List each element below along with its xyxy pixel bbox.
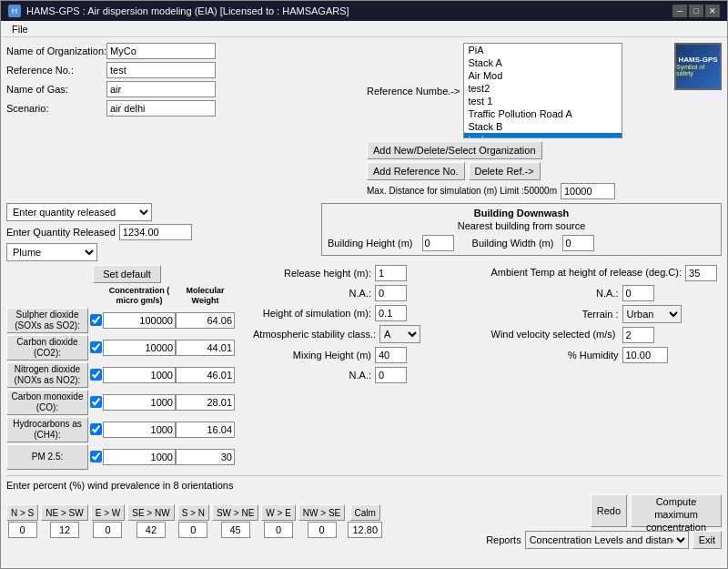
gas-nox-mw[interactable] — [176, 367, 235, 383]
ref-item-selected[interactable]: test — [464, 133, 622, 138]
org-input[interactable] — [106, 43, 216, 59]
dispersion-select[interactable]: Plume Puff — [6, 243, 97, 261]
gas-nox-checkbox[interactable] — [90, 369, 102, 381]
wind-dir-senw-btn[interactable]: SE > NW — [127, 504, 174, 521]
org-label: Name of Organization: — [6, 46, 106, 56]
wind-val-calm[interactable] — [348, 522, 382, 538]
sim-height-input[interactable] — [375, 305, 407, 321]
reference-dropdown-list[interactable]: PiA Stack A Air Mod test2 test 1 Traffic… — [463, 43, 622, 138]
ref-item-2[interactable]: Air Mod — [464, 69, 622, 82]
wind-dir-ns-btn[interactable]: N > S — [6, 504, 38, 521]
menu-file[interactable]: File — [6, 23, 34, 36]
wind-dir-we-btn[interactable]: W > E — [261, 504, 296, 521]
gas-pm25-checkbox[interactable] — [90, 451, 102, 462]
quantity-input[interactable] — [119, 224, 192, 240]
atm-stability-select[interactable]: ABCDEF — [379, 325, 420, 343]
gas-hc-conc[interactable] — [103, 422, 176, 438]
wind-dir-ew-btn[interactable]: E > W — [91, 504, 126, 521]
gas-so2-mw[interactable] — [176, 312, 235, 329]
gas-co2-button[interactable]: Carbon dioxide (CO2): — [6, 335, 88, 361]
quantity-label: Enter Quantity Released — [6, 227, 116, 238]
add-org-button[interactable]: Add New/Delete/Select Organization — [367, 141, 542, 159]
ref-no-input[interactable] — [106, 62, 216, 78]
ambient-temp-input[interactable] — [685, 265, 717, 281]
humidity-label: % Humidity — [491, 350, 619, 361]
ref-number-label: Reference Numbe.-> — [367, 86, 460, 97]
gas-co2-mw[interactable] — [176, 340, 235, 356]
max-dist-input[interactable] — [561, 183, 615, 199]
gas-so2-button[interactable]: Sulpher dioxide (SOXs as SO2): — [6, 308, 88, 333]
na-right-input[interactable] — [622, 285, 654, 301]
gas-so2-conc[interactable] — [103, 312, 176, 329]
add-ref-button[interactable]: Add Reference No. — [367, 162, 465, 180]
wind-val-senw[interactable] — [136, 522, 166, 538]
gas-nox-button[interactable]: Nitrogen dioxide (NOXs as NO2): — [6, 362, 88, 388]
gas-co-mw[interactable] — [176, 394, 235, 411]
building-height-input[interactable] — [422, 235, 454, 251]
wind-val-we[interactable] — [264, 522, 293, 538]
na2-label: N.A.: — [253, 370, 371, 381]
terrain-select[interactable]: UrbanRuralFlat — [622, 305, 682, 323]
ref-item-3[interactable]: test2 — [464, 82, 622, 95]
na2-input[interactable] — [375, 367, 407, 383]
compute-button[interactable]: Compute maximum concentration — [631, 494, 722, 527]
ambient-temp-label: Ambient Temp at height of release (deg.C… — [491, 267, 682, 279]
wind-val-nesw[interactable] — [50, 522, 79, 538]
gas-hc-checkbox[interactable] — [90, 423, 102, 435]
wind-dir-nwse-btn[interactable]: NW > SE — [298, 504, 345, 521]
gas-co2-conc[interactable] — [103, 340, 176, 356]
wind-dir-nesw-btn[interactable]: NE > SW — [41, 504, 87, 521]
gas-nox-conc[interactable] — [103, 367, 176, 383]
ref-item-1[interactable]: Stack A — [464, 56, 622, 69]
gas-hc-button[interactable]: Hydrocarbons as (CH4): — [6, 417, 88, 442]
na-right-label: N.A.: — [491, 288, 619, 299]
wind-val-ew[interactable] — [93, 522, 122, 538]
gas-pm25-conc[interactable] — [103, 449, 176, 465]
humidity-input[interactable] — [622, 347, 668, 363]
close-button[interactable]: ✕ — [705, 5, 720, 17]
app-icon: H — [8, 5, 21, 17]
release-height-input[interactable] — [375, 265, 407, 281]
wind-val-ns[interactable] — [8, 522, 37, 538]
na1-input[interactable] — [375, 285, 407, 301]
wind-dir-sn-btn[interactable]: S > N — [177, 504, 209, 521]
set-default-button[interactable]: Set default — [93, 265, 161, 283]
wind-vel-input[interactable] — [622, 327, 654, 343]
mixing-height-input[interactable] — [375, 347, 407, 363]
building-downwash-box: Building Downwash Nearest building from … — [321, 203, 722, 256]
wind-dir-calm-btn[interactable]: Calm — [350, 504, 380, 521]
wind-val-nwse[interactable] — [308, 522, 337, 538]
wind-val-swne[interactable] — [221, 522, 250, 538]
ref-item-4[interactable]: test 1 — [464, 95, 622, 107]
delete-ref-button[interactable]: Delete Ref.-> — [469, 162, 541, 180]
reports-select[interactable]: Concentration Levels and distance — [525, 531, 689, 549]
window-title: HAMS-GPS : Air dispersion modeling (EIA)… — [26, 5, 349, 16]
minimize-button[interactable]: ─ — [672, 5, 687, 17]
building-width-input[interactable] — [562, 235, 594, 251]
building-title: Building Downwash — [328, 208, 715, 218]
ref-item-6[interactable]: Stack B — [464, 120, 622, 133]
gas-co-checkbox[interactable] — [90, 396, 102, 408]
wind-val-sn[interactable] — [178, 522, 207, 538]
ref-item-5[interactable]: Traffic Pollution Road A — [464, 107, 622, 120]
gas-co-conc[interactable] — [103, 394, 176, 411]
gas-so2-checkbox[interactable] — [90, 314, 102, 326]
quantity-mode-select[interactable]: Enter quantity released Enter emission r… — [6, 203, 152, 221]
gas-co2-checkbox[interactable] — [90, 341, 102, 353]
gas-co-button[interactable]: Carbon monoxide (CO): — [6, 390, 88, 415]
table-row: PM 2.5: — [6, 444, 248, 470]
col-header-conc: Concentration (micro gm/s) — [103, 286, 176, 306]
wind-dir-swne-btn[interactable]: SW > NE — [212, 504, 258, 521]
scenario-input[interactable] — [106, 100, 216, 117]
gas-hc-mw[interactable] — [176, 422, 235, 438]
gas-input[interactable] — [106, 81, 216, 97]
gas-pm25-mw[interactable] — [176, 449, 235, 465]
exit-button[interactable]: Exit — [693, 531, 722, 549]
sim-height-label: Height of simulation (m): — [253, 308, 371, 319]
redo-button[interactable]: Redo — [591, 494, 627, 527]
maximize-button[interactable]: □ — [689, 5, 703, 17]
gas-pm25-button[interactable]: PM 2.5: — [6, 444, 88, 470]
ref-item-0[interactable]: PiA — [464, 44, 622, 56]
building-width-label: Building Width (m) — [472, 238, 554, 249]
main-window: H HAMS-GPS : Air dispersion modeling (EI… — [0, 0, 728, 569]
